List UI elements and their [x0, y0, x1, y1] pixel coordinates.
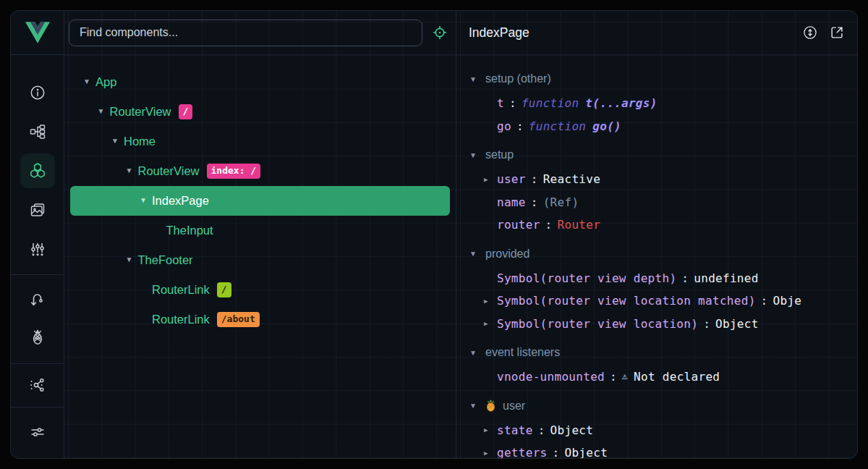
router-icon[interactable] [29, 291, 46, 308]
caret-down-icon[interactable]: ▼ [126, 255, 138, 263]
tree-row-routerlink[interactable]: RouterLink/ [70, 275, 450, 305]
caret-down-icon: ▼ [469, 75, 479, 83]
function-keyword: function [522, 96, 579, 110]
state-section: ▼user▶state:Object▶getters:Object [456, 393, 857, 459]
open-in-editor-icon[interactable] [829, 25, 845, 41]
warning-icon: ⚠ [622, 371, 628, 381]
state-key: getters [497, 446, 548, 458]
section-header[interactable]: ▼user [456, 393, 857, 419]
settings-icon[interactable] [29, 423, 46, 441]
key-value-separator: : [531, 195, 538, 209]
section-header[interactable]: ▼setup (other) [456, 66, 857, 92]
component-name: TheFooter [138, 253, 193, 267]
section-label: user [503, 400, 525, 413]
sidebar-nav [11, 55, 64, 394]
search-input[interactable] [69, 20, 422, 46]
caret-right-icon[interactable]: ▶ [484, 449, 497, 457]
caret-down-icon: ▼ [469, 402, 479, 410]
key-value-separator: : [516, 119, 524, 133]
section-label: provided [485, 248, 529, 261]
state-item: name:(Ref) [456, 191, 857, 214]
state-key: state [497, 423, 533, 437]
state-value: undefined [694, 271, 758, 285]
caret-right-icon[interactable]: ▶ [484, 426, 497, 434]
state-key: router [497, 218, 540, 232]
caret-down-icon[interactable]: ▼ [98, 107, 110, 115]
component-name: RouterView [138, 164, 200, 178]
caret-down-icon: ▼ [469, 151, 479, 159]
tree-row-indexpage[interactable]: ▼IndexPage [70, 186, 450, 216]
state-key: user [497, 172, 526, 186]
component-name: Home [124, 135, 156, 148]
devtools-window: ▼App▼RouterView/▼Home▼RouterViewindex: /… [10, 10, 858, 459]
tree-row-app[interactable]: ▼App [70, 67, 450, 97]
caret-right-icon[interactable]: ▶ [484, 320, 497, 327]
state-item[interactable]: ▶getters:Object [456, 441, 857, 458]
state-section: ▼setup (other)t:functiont(...args)go:fun… [456, 66, 857, 138]
component-name: App [95, 75, 116, 89]
route-badge: / [179, 104, 193, 119]
component-name: RouterLink [152, 313, 210, 326]
caret-down-icon: ▼ [469, 250, 479, 258]
section-label: setup (other) [485, 72, 551, 85]
state-item[interactable]: ▶state:Object [456, 419, 857, 442]
sidebar-bottom [11, 407, 64, 458]
tree-toolbar [64, 11, 456, 55]
section-label: event listeners [485, 346, 560, 359]
state-section: ▼setup▶user:Reactivename:(Ref)router:Rou… [456, 142, 857, 237]
state-item: router:Router [456, 214, 857, 237]
section-header[interactable]: ▼provided [456, 241, 857, 267]
sidebar-divider [11, 407, 64, 407]
section-header[interactable]: ▼setup [456, 142, 857, 168]
route-badge: /about [217, 312, 260, 326]
state-section: ▼event listenersvnode-unmounted:⚠Not dec… [456, 339, 857, 389]
sidebar-group [29, 291, 46, 346]
state-key: Symbol(router view location matched) [497, 294, 756, 308]
state-item: vnode-unmounted:⚠Not declared [456, 366, 857, 389]
sidebar-group [29, 376, 46, 394]
tree-row-thefooter[interactable]: ▼TheFooter [70, 245, 450, 275]
route-badge: / [217, 282, 231, 297]
target-icon[interactable] [432, 25, 448, 41]
component-tree-icon[interactable] [29, 123, 46, 140]
assets-icon[interactable] [29, 201, 46, 219]
state-item[interactable]: ▶Symbol(router view location):Object [456, 313, 857, 336]
state-value: Not declared [634, 370, 720, 384]
timeline-icon[interactable] [29, 240, 46, 258]
info-icon[interactable] [29, 84, 46, 101]
key-value-separator: : [761, 294, 768, 308]
tree-row-routerview[interactable]: ▼RouterViewindex: / [70, 156, 450, 186]
tree-row-routerlink[interactable]: RouterLink/about [70, 305, 450, 334]
scroll-to-component-icon[interactable] [802, 25, 818, 41]
key-value-separator: : [681, 271, 689, 285]
caret-down-icon[interactable]: ▼ [111, 137, 124, 145]
key-value-separator: : [553, 446, 560, 458]
state-value: Reactive [543, 172, 600, 186]
caret-right-icon[interactable]: ▶ [484, 297, 497, 305]
graph-icon[interactable] [29, 376, 46, 394]
sidebar [11, 11, 64, 458]
pinia-store-icon [485, 400, 496, 412]
state-item: t:functiont(...args) [456, 92, 857, 115]
inspector-header: IndexPage [456, 11, 857, 55]
state-value: Object [715, 317, 759, 331]
tree-row-routerview[interactable]: ▼RouterView/ [70, 97, 450, 127]
component-name: RouterView [110, 105, 171, 119]
inspector-actions [791, 25, 845, 41]
components-icon[interactable] [29, 162, 46, 179]
state-key: name [497, 195, 526, 209]
tree-row-home[interactable]: ▼Home [70, 127, 450, 156]
state-item[interactable]: ▶user:Reactive [456, 168, 857, 191]
caret-down-icon[interactable]: ▼ [126, 166, 138, 174]
pinia-icon[interactable] [29, 329, 46, 346]
caret-right-icon[interactable]: ▶ [484, 176, 497, 183]
caret-down-icon[interactable]: ▼ [140, 196, 152, 204]
vue-logo [11, 11, 64, 55]
state-section: ▼providedSymbol(router view depth):undef… [456, 241, 857, 336]
section-header[interactable]: ▼event listeners [456, 339, 857, 366]
state-key: go [497, 119, 511, 133]
tree-row-theinput[interactable]: TheInput [70, 216, 450, 245]
caret-down-icon[interactable]: ▼ [83, 77, 95, 85]
state-key: vnode-unmounted [497, 370, 605, 384]
state-item[interactable]: ▶Symbol(router view location matched):Ob… [456, 290, 857, 313]
